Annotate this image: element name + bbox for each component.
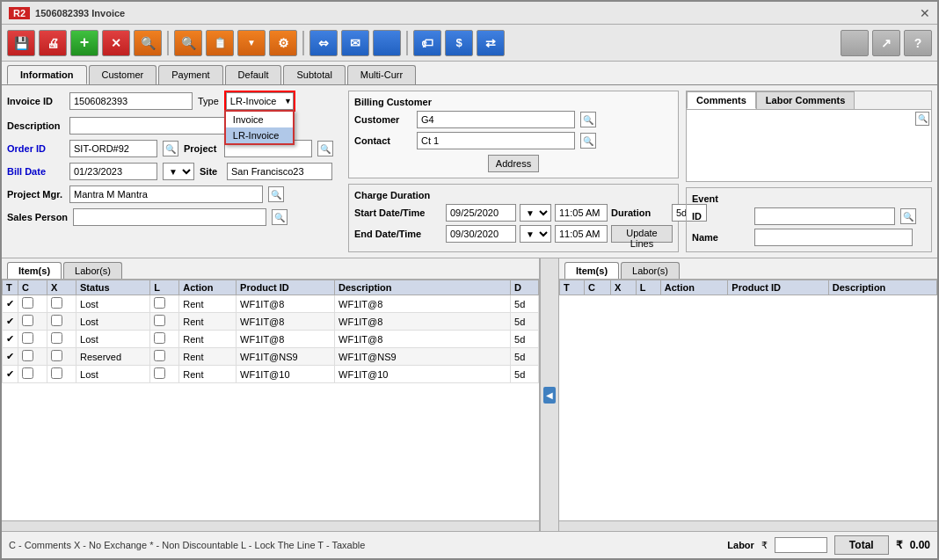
table-row[interactable]: ✔ Lost Rent WF1IT@8 WF1IT@8 5d: [3, 331, 539, 348]
tab-customer[interactable]: Customer: [89, 65, 157, 84]
tag-button[interactable]: 🏷: [413, 30, 441, 56]
window-btn[interactable]: [841, 30, 869, 56]
total-button[interactable]: Total: [834, 535, 889, 555]
check-l-4[interactable]: [154, 350, 165, 361]
event-id-search-button[interactable]: 🔍: [900, 208, 916, 224]
table-row[interactable]: ✔ Lost Rent WF1IT@8 WF1IT@8 5d: [3, 295, 539, 313]
tab-multicurr[interactable]: Multi-Curr: [347, 65, 416, 84]
event-id-input[interactable]: [754, 207, 895, 225]
project-mgr-search-button[interactable]: 🔍: [268, 186, 284, 202]
invoice-id-row: Invoice ID Type LR-Invoice Invoice ▼: [7, 91, 341, 112]
check-c-5[interactable]: [22, 367, 33, 379]
contact-search-button[interactable]: 🔍: [580, 133, 596, 149]
type-option-invoice[interactable]: Invoice: [226, 112, 293, 127]
print-button[interactable]: 🖨: [39, 30, 67, 56]
expand-button[interactable]: ⇔: [309, 30, 338, 56]
left-scrollbar[interactable]: [2, 520, 539, 531]
end-time-input[interactable]: [555, 225, 608, 243]
check-l-3[interactable]: [154, 332, 165, 344]
right-items-tabs: Item(s) Labor(s): [559, 258, 937, 280]
type-dropdown-menu[interactable]: Invoice LR-Invoice: [224, 110, 295, 145]
cell-t: ✔: [3, 366, 18, 383]
sales-person-input[interactable]: [73, 208, 266, 226]
description-label: Description: [7, 120, 64, 131]
customer-search-button[interactable]: 🔍: [580, 112, 596, 127]
delete-button[interactable]: ✕: [102, 30, 130, 56]
address-button[interactable]: Address: [488, 155, 539, 172]
end-date-input[interactable]: [446, 225, 516, 243]
add-button[interactable]: +: [70, 30, 98, 56]
bill-date-row: Bill Date ▼ Site: [7, 163, 341, 180]
update-lines-button[interactable]: Update Lines: [611, 225, 673, 243]
splitter-arrow[interactable]: ◀: [543, 387, 556, 404]
tab-default[interactable]: Default: [225, 65, 282, 84]
check-c-3[interactable]: [22, 332, 33, 344]
end-date-dropdown[interactable]: ▼: [520, 225, 551, 243]
comments-search-button[interactable]: 🔍: [915, 112, 929, 126]
type-option-lr-invoice[interactable]: LR-Invoice: [226, 127, 293, 143]
close-icon[interactable]: ✕: [920, 6, 930, 20]
restore-button[interactable]: ↗: [872, 30, 900, 56]
start-time-input[interactable]: [555, 204, 608, 222]
bill-date-input[interactable]: [69, 163, 157, 180]
labor-value-input[interactable]: [775, 537, 827, 553]
comments-tab-labor[interactable]: Labor Comments: [756, 91, 855, 109]
right-tab-items[interactable]: Item(s): [564, 262, 619, 279]
search-button[interactable]: 🔍: [134, 30, 162, 56]
check-x-4[interactable]: [51, 350, 62, 361]
project-search-button[interactable]: 🔍: [317, 141, 333, 156]
check-x-1[interactable]: [51, 297, 62, 309]
table-row[interactable]: ✔ Reserved Rent WF1IT@NS9 WF1IT@NS9 5d: [3, 348, 539, 366]
network-button[interactable]: ⚙: [269, 30, 297, 56]
right-scrollbar[interactable]: [559, 520, 937, 531]
comments-tab-comments[interactable]: Comments: [687, 91, 756, 109]
invoice-id-input[interactable]: [69, 92, 193, 110]
dollar-button[interactable]: $: [445, 30, 473, 56]
check-l-2[interactable]: [154, 315, 165, 326]
tab-payment[interactable]: Payment: [158, 65, 222, 84]
cell-d: 5d: [511, 366, 539, 383]
help-button[interactable]: ?: [904, 30, 932, 56]
check-c-2[interactable]: [22, 315, 33, 326]
table-row[interactable]: ✔ Lost Rent WF1IT@10 WF1IT@10 5d: [3, 366, 539, 383]
left-tab-labor[interactable]: Labor(s): [63, 262, 122, 279]
start-date-dropdown[interactable]: ▼: [520, 204, 551, 222]
check-c-1[interactable]: [22, 297, 33, 309]
check-x-3[interactable]: [51, 332, 62, 344]
check-c-4[interactable]: [22, 350, 33, 361]
copy-button[interactable]: 📋: [206, 30, 234, 56]
search2-button[interactable]: 🔍: [174, 30, 202, 56]
site-input[interactable]: [227, 163, 332, 180]
order-id-search-button[interactable]: 🔍: [163, 141, 178, 156]
event-name-input[interactable]: [754, 229, 913, 246]
tab-information[interactable]: Information: [7, 65, 87, 84]
project-mgr-input[interactable]: [69, 185, 263, 203]
dropdown-arrow-button[interactable]: ▼: [237, 30, 266, 56]
customer-input[interactable]: [417, 111, 575, 128]
exchange-button[interactable]: ⇄: [477, 30, 505, 56]
left-tab-items[interactable]: Item(s): [7, 262, 62, 279]
bill-date-dropdown[interactable]: ▼: [163, 163, 194, 180]
cell-l: [150, 313, 179, 331]
type-select[interactable]: LR-Invoice Invoice: [226, 92, 294, 110]
cell-status: Lost: [76, 331, 150, 348]
save-button[interactable]: 💾: [7, 30, 35, 56]
rcol-action: Action: [660, 280, 728, 295]
check-x-2[interactable]: [51, 315, 62, 326]
left-items-panel: Item(s) Labor(s) T C X Status L Actio: [2, 258, 540, 531]
start-date-input[interactable]: [446, 204, 516, 222]
cell-c: [18, 348, 47, 366]
order-id-input[interactable]: [69, 140, 157, 157]
right-tab-labor[interactable]: Labor(s): [621, 262, 680, 279]
message-button[interactable]: ✉: [341, 30, 369, 56]
blank-button[interactable]: [373, 30, 401, 56]
splitter[interactable]: ◀: [540, 258, 559, 531]
tab-subtotal[interactable]: Subtotal: [283, 65, 345, 84]
contact-input[interactable]: [417, 132, 575, 149]
check-l-1[interactable]: [154, 297, 165, 309]
sales-person-search-button[interactable]: 🔍: [272, 209, 288, 225]
check-l-5[interactable]: [154, 367, 165, 379]
check-x-5[interactable]: [51, 367, 62, 379]
table-row[interactable]: ✔ Lost Rent WF1IT@8 WF1IT@8 5d: [3, 313, 539, 331]
cell-x: [47, 295, 76, 313]
